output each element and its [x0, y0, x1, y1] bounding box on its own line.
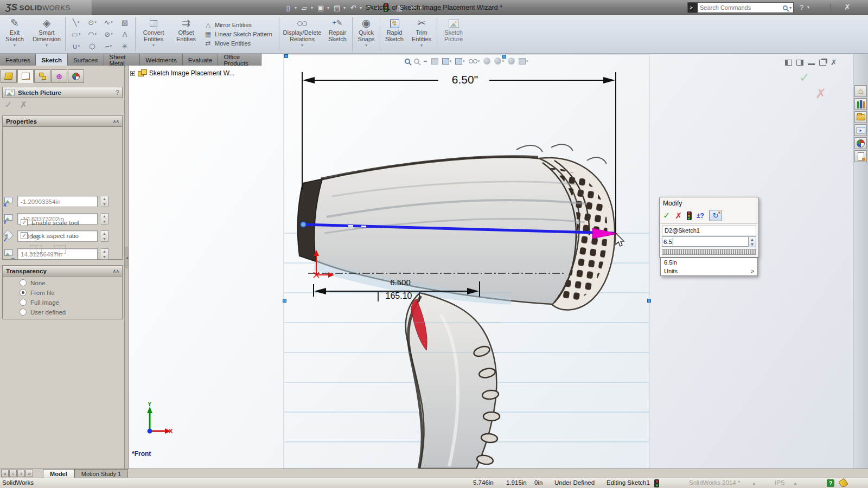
scale-dimension-value[interactable]: 6.500 [379, 278, 422, 287]
enable-scale-tool-row[interactable]: Enable scale tool [21, 219, 79, 226]
rapid-sketch-button[interactable]: ↯ Rapid Sketch [381, 15, 407, 53]
tab-office-products[interactable]: Office Products [218, 54, 261, 66]
smart-dimension-button[interactable]: ◈ Smart Dimension ▾ [29, 15, 64, 53]
slot-tool[interactable]: ∪▾ [68, 41, 84, 52]
scroll-last-icon[interactable]: » [25, 470, 33, 477]
rebuild-icon[interactable] [687, 211, 692, 220]
transparency-section-header[interactable]: Transparency ∧∧ [3, 266, 122, 277]
scroll-first-icon[interactable]: « [1, 470, 9, 477]
exit-sketch-button[interactable]: ✎ Exit Sketch ▾ [0, 15, 29, 53]
previous-view-icon[interactable]: ⌁ [423, 57, 427, 65]
view-settings-icon[interactable]: ▾ [519, 58, 528, 65]
hide-show-items-icon[interactable]: ▾ [469, 59, 480, 63]
status-tag-icon[interactable] [838, 478, 848, 488]
search-input[interactable] [698, 4, 783, 11]
scroll-next-icon[interactable]: › [17, 470, 25, 477]
scale-dimension-secondary[interactable]: 165.10 [378, 291, 420, 301]
close-button[interactable]: ✗ [844, 3, 851, 11]
dropdown-caret[interactable]: ▾ [94, 32, 97, 36]
tab-sketch[interactable]: Sketch [36, 54, 68, 66]
offset-entities-button[interactable]: ⇉ Offset Entities [170, 15, 202, 53]
tab-evaluate[interactable]: Evaluate [183, 54, 219, 66]
tree-expand-icon[interactable] [130, 71, 135, 76]
arc-tool[interactable]: ◠▾ [84, 29, 100, 40]
rectangle-tool[interactable]: ▭▾ [68, 29, 84, 40]
dropdown-caret[interactable]: ▾ [78, 44, 80, 48]
tab-surfaces[interactable]: Surfaces [68, 54, 104, 66]
sketch-picture-button[interactable]: Sketch Picture [438, 15, 469, 53]
dropdown-caret[interactable]: ▾ [94, 20, 97, 24]
position-y-spinner[interactable]: ▲▼ [101, 213, 108, 224]
section-view-icon[interactable] [431, 58, 438, 65]
dropdown-caret[interactable]: ▾ [110, 44, 112, 48]
home-tab-button[interactable]: ⌂ [854, 85, 867, 97]
quick-snaps-button[interactable]: ◉ Quick Snaps ▾ [354, 15, 379, 53]
search-commands-box[interactable]: >_ ▾ [687, 2, 794, 13]
zoom-fit-icon[interactable] [405, 59, 410, 64]
linear-pattern-button[interactable]: ▦Linear Sketch Pattern [204, 30, 276, 38]
doc-minimize-icon[interactable] [808, 60, 815, 65]
menu-item-units[interactable]: Units> [661, 267, 757, 275]
confirm-ok-ghost[interactable]: ✓ [799, 70, 810, 85]
help-icon[interactable]: ? [800, 3, 803, 11]
modify-cancel-icon[interactable]: ✗ [675, 211, 682, 221]
status-rebuild-icon[interactable] [654, 479, 659, 487]
menu-item-value[interactable]: 6.5in [661, 258, 757, 267]
dropdown-caret[interactable]: ▾ [365, 42, 367, 47]
appearance-icon[interactable]: ▾ [494, 57, 504, 65]
picture-handle-mid-left[interactable] [283, 299, 286, 303]
circle-tool[interactable]: ⊙▾ [84, 17, 100, 28]
dropdown-caret[interactable]: ▾ [111, 20, 113, 24]
width-spinner[interactable]: ▲▼ [101, 248, 108, 260]
dropdown-caret[interactable]: ▾ [79, 32, 81, 36]
display-delete-relations-button[interactable]: Display/Delete Relations ▾ [280, 15, 324, 53]
version-caret-icon[interactable]: ▲ [752, 481, 756, 486]
dropdown-caret[interactable]: ▾ [111, 32, 113, 36]
scene-icon[interactable] [508, 57, 515, 65]
thumbwheel[interactable] [662, 249, 756, 255]
file-explorer-button[interactable] [854, 111, 867, 123]
custom-properties-button[interactable] [854, 150, 867, 162]
line-tool[interactable]: ╲▾ [68, 17, 84, 28]
position-x-field[interactable]: -1.20903354in [17, 196, 98, 207]
search-icon[interactable] [783, 5, 788, 10]
model-tab[interactable]: Model [43, 469, 74, 478]
scroll-prev-icon[interactable]: ‹ [9, 470, 17, 477]
sketch-region-tool[interactable]: ▧ [117, 17, 133, 28]
collapse-chevron-icon[interactable]: ∧∧ [113, 119, 119, 124]
spline-tool[interactable]: ∿▾ [100, 17, 117, 28]
zoom-area-icon[interactable] [414, 59, 419, 64]
enable-scale-tool-checkbox[interactable] [21, 219, 28, 226]
transparency-none-radio[interactable] [20, 279, 27, 286]
transparency-fullimage-row[interactable]: Full image [20, 299, 59, 306]
panel-cancel-icon[interactable]: ✗ [20, 99, 27, 111]
dimension-value-input[interactable]: 6.5 [662, 236, 749, 247]
left-pane-toggle-icon[interactable] [785, 60, 792, 66]
dropdown-caret[interactable]: ▾ [152, 42, 155, 47]
flip-vertical-icon[interactable] [54, 245, 66, 254]
property-manager-tab[interactable] [17, 69, 34, 83]
dropdown-caret[interactable]: ▾ [78, 20, 80, 24]
tab-weldments[interactable]: Weldments [140, 54, 182, 66]
panel-splitter-grip[interactable]: ◂ [125, 247, 129, 268]
trim-entities-button[interactable]: ✂ Trim Entities ▾ [407, 15, 436, 53]
tab-sheet-metal[interactable]: Sheet Metal [104, 54, 141, 66]
dropdown-caret[interactable]: ▾ [14, 42, 16, 47]
view-orientation-icon[interactable]: ▾ [442, 58, 452, 65]
display-manager-tab[interactable] [68, 69, 84, 83]
repair-sketch-button[interactable]: +✎ Repair Sketch [324, 15, 351, 53]
doc-restore-icon[interactable] [819, 60, 826, 66]
picture-handle-mid-right[interactable] [647, 299, 651, 303]
dimxpert-manager-tab[interactable]: ⊕ [51, 69, 67, 83]
search-scope-icon[interactable]: >_ [688, 3, 698, 12]
convert-entities-button[interactable]: Convert Entities ▾ [137, 15, 170, 53]
feature-manager-tab[interactable] [1, 69, 17, 83]
flip-horizontal-icon[interactable] [30, 245, 42, 254]
fillet-tool[interactable]: ⌐▾ [100, 41, 117, 52]
feature-tree-item[interactable]: Sketch Image Placement W... [130, 69, 234, 77]
move-entities-button[interactable]: ⇄Move Entities [204, 40, 276, 47]
position-x-spinner[interactable]: ▲▼ [101, 196, 108, 207]
lock-aspect-ratio-checkbox[interactable] [21, 232, 28, 239]
toggle-driven-icon[interactable]: ±? [697, 212, 704, 220]
angle-spinner[interactable]: ▲▼ [101, 230, 108, 242]
